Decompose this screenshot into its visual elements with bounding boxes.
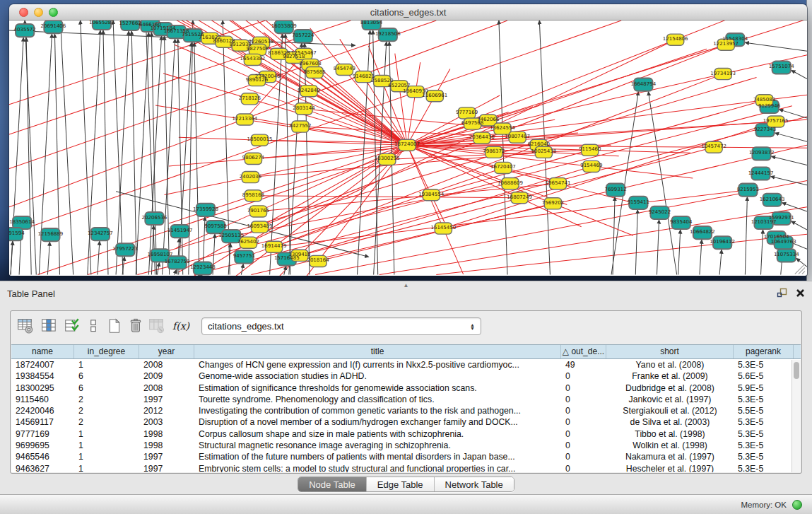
table-selector-dropdown[interactable]: citations_edges.txt ▲▼	[201, 317, 481, 335]
table-cell: Franke et al. (2009)	[606, 370, 734, 382]
table-cell: 5.3E-5	[734, 428, 794, 440]
graph-node-label: 9159411	[628, 199, 649, 205]
red-edge	[592, 166, 693, 178]
table-row[interactable]: 911546021997Tourette syndrome. Phenomeno…	[11, 394, 801, 405]
table-cell: Corpus callosum shape and size in male p…	[194, 428, 561, 440]
table-cell: 2	[74, 405, 139, 416]
black-edge	[241, 264, 243, 274]
graph-node-label: 16093489	[247, 223, 273, 229]
table-cell: Hescheler et al. (1997)	[606, 463, 734, 472]
graph-node-label: 4035572	[13, 26, 35, 33]
graph-node-label: 9227343	[754, 126, 776, 132]
table-row[interactable]: 946554611997Estimation of the future num…	[11, 451, 801, 462]
table-cell: 1	[74, 359, 139, 370]
column-header-year[interactable]: year	[139, 345, 194, 358]
memory-status-indicator-icon[interactable]	[792, 500, 802, 510]
table-cell: Structural magnetic resonance image aver…	[194, 440, 561, 451]
table-cell: 5.3E-5	[734, 394, 794, 405]
table-cell: 49	[561, 359, 606, 370]
delete-table-icon[interactable]	[126, 317, 145, 335]
column-header-name[interactable]: name	[11, 345, 74, 358]
scrollbar-thumb[interactable]	[794, 362, 799, 379]
table-cell: 9463627	[11, 463, 74, 472]
table-cell: 0	[561, 382, 606, 394]
table-cell: Embryonic stem cells: a model to study s…	[194, 463, 561, 472]
new-table-icon[interactable]	[105, 317, 124, 335]
graph-node-label: 11075334	[774, 251, 799, 257]
tab-edge-table[interactable]: Edge Table	[367, 477, 435, 491]
table-row[interactable]: 977716911998Corpus callosum shape and si…	[11, 428, 801, 440]
graph-node-label: 8813054	[360, 21, 383, 25]
black-edge	[648, 92, 676, 275]
graph-node-label: 12545467	[291, 49, 317, 56]
graph-node-label: 16033809	[271, 23, 297, 29]
black-edge	[47, 242, 49, 274]
column-header-in_degree[interactable]: in_degree	[74, 345, 139, 358]
table-row[interactable]: 1830029562008Estimation of significance …	[11, 382, 801, 394]
table-cell: Genome-wide association studies in ADHD.	[194, 370, 561, 382]
resize-grip-icon[interactable]	[799, 267, 805, 274]
close-window-icon[interactable]	[19, 8, 28, 17]
minimize-window-icon[interactable]	[34, 8, 43, 17]
graph-node-label: 15145450	[430, 224, 456, 230]
background-window-sliver	[806, 0, 812, 281]
float-panel-icon[interactable]	[776, 287, 787, 298]
graph-node-label: 18300295	[375, 155, 400, 161]
import-table-icon	[148, 317, 166, 335]
red-edge	[155, 105, 245, 119]
desktop-background: citations_edges.txt 40355722069140610655…	[0, 0, 812, 281]
network-graph-svg: 4035572206914061065528715276626466160107…	[9, 21, 807, 276]
graph-node-label: 12505135	[218, 232, 244, 238]
tab-node-table[interactable]: Node Table	[298, 477, 367, 491]
red-edge	[407, 100, 765, 145]
graph-node-label: 19384554	[418, 191, 444, 197]
tab-network-table[interactable]: Network Table	[435, 477, 514, 491]
table-row[interactable]: 1872400712008Changes of HCN gene express…	[11, 359, 801, 370]
table-row[interactable]: 969969511998Structural magnetic resonanc…	[11, 440, 801, 451]
network-canvas[interactable]: 4035572206914061065528715276626466160107…	[9, 21, 807, 276]
zoom-window-icon[interactable]	[49, 8, 58, 17]
table-panel-header: ▲ Table Panel	[0, 281, 812, 306]
table-cell: 5.9E-5	[734, 382, 794, 394]
close-panel-icon[interactable]	[796, 288, 805, 298]
table-cell: 0	[561, 428, 606, 440]
table-cell: 2008	[139, 382, 194, 394]
show-columns-icon[interactable]	[40, 317, 59, 335]
table-row[interactable]: 2242004622012Investigating the contribut…	[11, 405, 801, 416]
table-panel: ▲ Table Panel	[0, 281, 812, 514]
table-cell: 6	[74, 382, 139, 394]
graph-node-label: 7485083	[753, 96, 775, 103]
function-builder-icon[interactable]: f(x)	[169, 317, 193, 335]
graph-node-label: 9097588	[204, 223, 226, 229]
column-header-pagerank[interactable]: pagerank	[734, 345, 794, 358]
column-header-out_de[interactable]: △ out_de...	[561, 345, 606, 358]
table-cell: Changes of HCN gene expression and I(f) …	[194, 359, 561, 370]
table-row[interactable]: 946362711997Embryonic stem cells: a mode…	[11, 463, 801, 472]
graph-node-label: 12156889	[38, 230, 64, 237]
table-cell: 1	[74, 428, 139, 440]
graph-node-label: 18500015	[247, 136, 273, 142]
table-row[interactable]: 1456911722003Disruption of a novel membe…	[11, 416, 801, 428]
network-view-window[interactable]: citations_edges.txt 40355722069140610655…	[9, 4, 807, 276]
graph-node-label: 10655287	[89, 21, 114, 25]
table-options-icon[interactable]	[16, 317, 35, 335]
table-cell: 22420046	[11, 405, 74, 416]
graph-node-label: 10196412	[710, 238, 735, 245]
column-header-title[interactable]: title	[194, 345, 561, 358]
table-toolbar: f(x) citations_edges.txt ▲▼	[11, 311, 801, 344]
graph-node-label: 12213364	[232, 115, 257, 122]
graph-node-label: 7986372	[483, 148, 505, 154]
column-header-short[interactable]: short	[606, 345, 734, 358]
table-row[interactable]: 1938455462009Genome-wide association stu…	[11, 370, 801, 382]
select-rows-icon[interactable]	[63, 317, 81, 335]
window-titlebar[interactable]: citations_edges.txt	[9, 4, 807, 21]
resize-grip-icon[interactable]	[802, 271, 805, 274]
table-cell: Tourette syndrome. Phenomenology and cla…	[194, 394, 561, 405]
row-height-icon[interactable]	[84, 317, 102, 335]
table-vertical-scrollbar[interactable]	[792, 360, 801, 472]
table-cell: 5.3E-5	[734, 440, 794, 451]
graph-node-label: 20364436	[469, 134, 495, 140]
graph-node-label: 8215953	[737, 186, 759, 192]
table-cell: 0	[561, 451, 606, 462]
split-pane-handle-icon[interactable]: ▲	[404, 282, 409, 288]
